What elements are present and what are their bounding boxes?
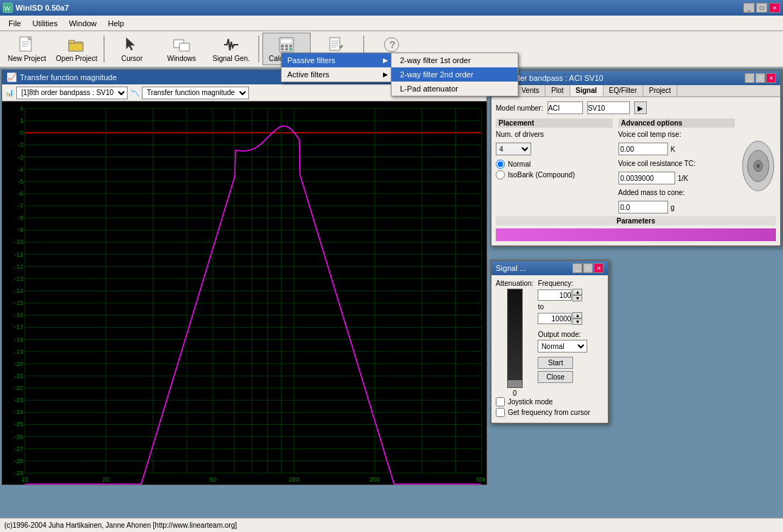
active-filters-label: Active filters xyxy=(287,70,329,79)
output-mode-select[interactable]: Normal xyxy=(538,340,587,353)
drivers-select-row: 4 xyxy=(496,143,613,155)
graph-panel-header: 📈 Transfer function magnitude xyxy=(2,70,487,84)
svg-rect-20 xyxy=(289,48,292,50)
freq-from-down[interactable]: ▼ xyxy=(572,295,582,301)
bandpass-close[interactable]: ✕ xyxy=(766,73,776,83)
menu-bar: File Utilities Window Help xyxy=(0,16,783,31)
voice-coil-res-label-row: Voice coil resistance TC: xyxy=(618,160,735,167)
added-mass-label-row: Added mass to cone: xyxy=(618,189,735,196)
graph-canvas xyxy=(2,101,487,484)
voice-coil-res-unit: 1/K xyxy=(678,174,689,182)
placement-section: Placement Num. of drivers 4 Normal xyxy=(496,118,613,214)
isobarik-radio[interactable] xyxy=(496,170,505,179)
signal-main-row: Attenuation: 0 Frequency: ▲ xyxy=(496,279,604,397)
signal-buttons: Start Close xyxy=(538,357,604,383)
freq-to-down[interactable]: ▼ xyxy=(572,318,582,325)
windows-button[interactable]: Windows xyxy=(157,33,206,65)
help-mode-icon: ? xyxy=(383,36,400,53)
signal-gen-button[interactable]: Signal Gen. xyxy=(207,33,255,65)
tab-eqfilter[interactable]: EQ/Filter xyxy=(604,85,643,96)
start-button[interactable]: Start xyxy=(538,357,573,369)
brand-input[interactable] xyxy=(548,101,583,114)
voice-coil-temp-input[interactable] xyxy=(618,143,668,155)
freq-to-label: to xyxy=(538,303,604,311)
svg-rect-14 xyxy=(281,39,292,43)
cursor-checkbox-row: Get frequency from cursor xyxy=(496,408,604,417)
menu-utilities[interactable]: Utilities xyxy=(27,18,63,29)
bandpass-window: 8th order bandpass : ACI SV10 _ □ ✕ Box … xyxy=(490,70,782,247)
signal-title-bar: Signal ... _ □ ✕ xyxy=(492,261,608,275)
maximize-button[interactable]: □ xyxy=(756,3,767,13)
joystick-checkbox-row: Joystick mode xyxy=(496,397,604,406)
model-input[interactable] xyxy=(587,101,630,114)
voice-coil-res-input[interactable] xyxy=(618,172,675,184)
menu-help[interactable]: Help xyxy=(102,18,130,29)
close-button[interactable]: ✕ xyxy=(769,3,780,13)
function-select[interactable]: Transfer function magnitude xyxy=(142,87,249,99)
svg-rect-19 xyxy=(285,48,288,50)
open-project-button[interactable]: Open Project xyxy=(52,33,101,65)
new-project-button[interactable]: New Project xyxy=(3,33,51,65)
signal-close[interactable]: ✕ xyxy=(594,263,604,273)
graph-canvas-element xyxy=(2,101,484,484)
graph-panel-title: Transfer function magnitude xyxy=(20,73,117,82)
model-browse-button[interactable]: ▶ xyxy=(634,101,647,114)
signal-restore[interactable]: □ xyxy=(583,263,593,273)
signal-content: Attenuation: 0 Frequency: ▲ xyxy=(492,275,608,423)
active-filters-item[interactable]: Active filters ▶ xyxy=(282,67,394,82)
attenuation-area: Attenuation: 0 xyxy=(496,279,533,397)
cursor-checkbox[interactable] xyxy=(496,408,505,417)
cursor-button[interactable]: Cursor xyxy=(108,33,156,65)
normal-radio[interactable] xyxy=(496,160,505,169)
new-project-label: New Project xyxy=(8,55,46,62)
status-text: (c)1996-2004 Juha Hartikainen, Janne Aho… xyxy=(4,521,237,529)
menu-window[interactable]: Window xyxy=(63,18,102,29)
app-icon: W xyxy=(3,3,13,13)
slider-thumb[interactable] xyxy=(508,380,522,387)
graph-panel-icon: 📈 xyxy=(6,72,17,82)
bandpass-maximize[interactable]: □ xyxy=(755,73,765,83)
app-title: WinISD 0.50a7 xyxy=(16,4,69,12)
isobarik-label: IsoBarik (Compound) xyxy=(508,171,574,179)
freq-from-input[interactable] xyxy=(538,289,572,301)
freq-to-up[interactable]: ▲ xyxy=(572,312,582,318)
windows-icon xyxy=(173,36,190,53)
tab-project[interactable]: Project xyxy=(643,85,677,96)
tab-vents[interactable]: Vents xyxy=(516,85,545,96)
freq-from-up[interactable]: ▲ xyxy=(572,289,582,295)
signal-window: Signal ... _ □ ✕ Attenuation: xyxy=(490,260,609,424)
passive-filters-item[interactable]: Passive filters ▶ xyxy=(282,53,394,67)
joystick-checkbox[interactable] xyxy=(496,397,505,406)
status-bar: (c)1996-2004 Juha Hartikainen, Janne Aho… xyxy=(0,518,783,532)
close-signal-button[interactable]: Close xyxy=(538,371,573,383)
bandpass-minimize[interactable]: _ xyxy=(745,73,755,83)
bandpass-content: Model number: ▶ Placement Num. of driver… xyxy=(492,97,780,245)
tab-plot[interactable]: Plot xyxy=(545,85,570,96)
svg-text:?: ? xyxy=(389,39,396,50)
tab-signal[interactable]: Signal xyxy=(570,85,604,96)
slider-min-label: 0 xyxy=(513,389,517,397)
menu-file[interactable]: File xyxy=(3,18,27,29)
svg-marker-10 xyxy=(126,38,135,50)
frequency-label: Frequency: xyxy=(538,279,604,287)
added-mass-input[interactable] xyxy=(618,201,668,214)
passive-filters-label: Passive filters xyxy=(287,56,335,65)
freq-to-input[interactable] xyxy=(538,313,572,324)
bandpass-title-bar: 8th order bandpass : ACI SV10 _ □ ✕ xyxy=(492,71,780,85)
model-row: Model number: ▶ xyxy=(496,101,776,114)
attenuation-label: Attenuation: xyxy=(496,279,533,287)
attenuation-slider[interactable] xyxy=(507,289,523,388)
active-filters-arrow: ▶ xyxy=(383,71,388,78)
signal-gen-label: Signal Gen. xyxy=(213,55,250,62)
num-drivers-row: Num. of drivers xyxy=(496,131,613,138)
minimize-button[interactable]: _ xyxy=(743,3,755,13)
svg-rect-12 xyxy=(179,43,189,51)
voice-coil-res-input-row: 1/K xyxy=(618,172,735,184)
channel-select[interactable]: [1]8th order bandpass : SV10 xyxy=(16,87,128,99)
added-mass-input-row: g xyxy=(618,201,735,214)
num-drivers-select[interactable]: 4 xyxy=(496,143,531,155)
tab-box[interactable]: Box xyxy=(492,85,516,96)
signal-minimize[interactable]: _ xyxy=(572,263,582,273)
bandpass-controls: _ □ ✕ xyxy=(745,73,776,83)
advanced-title: Advanced options xyxy=(618,118,735,128)
